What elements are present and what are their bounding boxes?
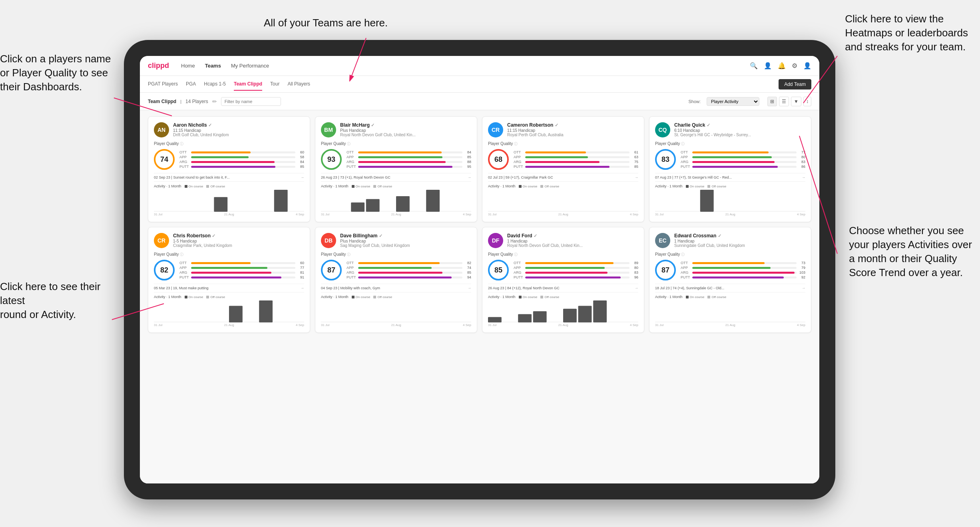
quality-circle-container[interactable]: 87 xyxy=(655,260,676,280)
off-course-dot xyxy=(206,296,209,298)
ott-bar-bg xyxy=(692,262,797,264)
mini-chart xyxy=(488,300,638,322)
arg-bar-bg xyxy=(692,272,797,274)
legend-off-course: Off course xyxy=(373,185,392,188)
edit-icon[interactable]: ✏ xyxy=(212,98,217,105)
chart-date-1: 31 Jul xyxy=(488,323,496,327)
player-name[interactable]: David Ford ✓ xyxy=(507,233,638,239)
quality-circle-container[interactable]: 93 xyxy=(321,149,342,170)
recent-activity[interactable]: 02 Jul 23 | 59 (+17), Craigmillar Park G… xyxy=(488,173,638,182)
view-icons: ⊞ ☰ ▼ ↕ xyxy=(767,97,811,106)
filter-input[interactable] xyxy=(221,97,281,106)
player-card[interactable]: EC Edward Crossman ✓ 1 Handicap Sunningd… xyxy=(649,227,811,333)
grid-view-button[interactable]: ⊞ xyxy=(767,97,777,106)
player-club: Sag Maging Golf Club, United Kingdom xyxy=(340,243,471,248)
off-course-dot xyxy=(373,185,376,188)
player-name[interactable]: Cameron Robertson ✓ xyxy=(507,122,638,128)
show-select[interactable]: Player Activity Quality Score Trend xyxy=(707,97,759,106)
tab-pgat-players[interactable]: PGAT Players xyxy=(148,78,178,91)
player-grid-inner: AN Aaron Nicholls ✓ 11:15 Handicap Drift… xyxy=(148,116,811,333)
player-card[interactable]: CR Cameron Robertson ✓ 11:15 Handicap Ro… xyxy=(482,116,644,222)
player-name[interactable]: Blair McHarg ✓ xyxy=(340,122,471,128)
recent-activity[interactable]: 18 Jul 23 | 74 (+4), Sunningdale GC - Ol… xyxy=(655,284,805,292)
quality-circle-container[interactable]: 87 xyxy=(321,260,342,280)
player-avatar: BM xyxy=(321,122,336,137)
legend-off-course: Off course xyxy=(373,295,392,299)
tab-hcaps[interactable]: Hcaps 1-5 xyxy=(204,78,226,91)
notification-icon[interactable]: 🔔 xyxy=(778,62,786,70)
app-label: APP xyxy=(514,155,524,159)
player-card[interactable]: CR Chris Robertson ✓ 1-5 Handicap Craigm… xyxy=(148,227,310,333)
player-name[interactable]: Aaron Nicholls ✓ xyxy=(173,122,304,128)
search-icon[interactable]: 🔍 xyxy=(750,62,758,70)
tab-all-players[interactable]: All Players xyxy=(287,78,310,91)
recent-activity[interactable]: 04 Sep 23 | Mobility with coach, Gym → xyxy=(321,284,471,292)
player-card-header: DF David Ford ✓ 1 Handicap Royal North D… xyxy=(488,233,638,248)
player-name[interactable]: Chris Robertson ✓ xyxy=(173,233,304,239)
nav-my-performance[interactable]: My Performance xyxy=(231,61,269,71)
tab-tour[interactable]: Tour xyxy=(270,78,279,91)
mini-chart-area: Activity · 1 Month On course Off course … xyxy=(321,184,471,216)
player-info: Dave Billingham ✓ Plus Handicap Sag Magi… xyxy=(340,233,471,248)
ott-val: 60 xyxy=(297,261,304,265)
add-team-button[interactable]: Add Team xyxy=(779,79,811,89)
chart-title: Activity · 1 Month xyxy=(154,295,181,299)
quality-circle-container[interactable]: 85 xyxy=(488,260,509,280)
player-card[interactable]: AN Aaron Nicholls ✓ 11:15 Handicap Drift… xyxy=(148,116,310,222)
filter-view-button[interactable]: ▼ xyxy=(791,97,801,106)
recent-activity[interactable]: 07 Aug 23 | 77 (+7), St George's Hill GC… xyxy=(655,173,805,182)
sort-view-button[interactable]: ↕ xyxy=(803,97,811,106)
player-card[interactable]: DF David Ford ✓ 1 Handicap Royal North D… xyxy=(482,227,644,333)
putt-val: 94 xyxy=(464,275,471,279)
player-card[interactable]: CQ Charlie Quick ✓ 6:10 Handicap St. Geo… xyxy=(649,116,811,222)
on-course-dot xyxy=(519,185,522,188)
avatar-icon[interactable]: 👤 xyxy=(803,62,811,70)
recent-activity[interactable]: 05 Mar 23 | 19, Must make putting → xyxy=(154,284,304,292)
player-card-header: BM Blair McHarg ✓ Plus Handicap Royal No… xyxy=(321,122,471,137)
profile-icon[interactable]: 👤 xyxy=(764,62,772,70)
on-course-label: On course xyxy=(523,295,538,299)
player-name[interactable]: Edward Crossman ✓ xyxy=(674,233,805,239)
arg-bar-fill xyxy=(692,272,795,274)
tab-team-clippd[interactable]: Team Clippd xyxy=(234,78,262,91)
ott-bar-bg xyxy=(191,151,295,153)
annotation-dashboards: Click on a players nameor Player Quality… xyxy=(0,52,111,94)
arg-label: ARG xyxy=(514,270,524,274)
recent-text: 07 Aug 23 | 77 (+7), St George's Hill GC… xyxy=(655,175,732,179)
recent-activity[interactable]: 26 Aug 23 | 84 (+12), Royal North Devon … xyxy=(488,284,638,292)
mini-chart-header: Activity · 1 Month On course Off course xyxy=(321,184,471,188)
recent-activity[interactable]: 02 Sep 23 | Sunset round to get back int… xyxy=(154,173,304,182)
off-course-dot xyxy=(540,296,543,298)
legend-on-course: On course xyxy=(352,295,370,299)
legend-on-course: On course xyxy=(185,185,203,188)
chart-date-2: 21 Aug xyxy=(391,323,401,327)
quality-circle-container[interactable]: 74 xyxy=(154,149,175,170)
recent-activity[interactable]: 26 Aug 23 | 73 (+1), Royal North Devon G… xyxy=(321,173,471,182)
nav-home[interactable]: Home xyxy=(181,61,195,71)
putt-label: PUTT xyxy=(347,275,357,279)
list-view-button[interactable]: ☰ xyxy=(779,97,789,106)
quality-circle-container[interactable]: 82 xyxy=(154,260,175,280)
quality-bars: OTT 82 APP 74 ARG 85 PUTT 94 xyxy=(347,261,471,279)
putt-bar-bg xyxy=(191,166,295,168)
quality-bars: OTT 84 APP 85 ARG 88 PUTT 95 xyxy=(347,150,471,169)
settings-icon[interactable]: ⚙ xyxy=(792,62,797,70)
quality-row-putt: PUTT 94 xyxy=(347,275,471,279)
mini-chart-area: Activity · 1 Month On course Off course … xyxy=(154,184,304,216)
quality-circle: 68 xyxy=(488,149,509,170)
player-card[interactable]: BM Blair McHarg ✓ Plus Handicap Royal No… xyxy=(315,116,477,222)
quality-circle-container[interactable]: 68 xyxy=(488,149,509,170)
player-card-header: DB Dave Billingham ✓ Plus Handicap Sag M… xyxy=(321,233,471,248)
quality-circle-container[interactable]: 83 xyxy=(655,149,676,170)
quality-circle: 83 xyxy=(655,149,676,170)
arg-bar-fill xyxy=(191,272,271,274)
player-card[interactable]: DB Dave Billingham ✓ Plus Handicap Sag M… xyxy=(315,227,477,333)
on-course-label: On course xyxy=(690,185,705,188)
nav-logo: clippd xyxy=(148,62,169,70)
putt-val: 96 xyxy=(631,275,638,279)
chart-date-1: 31 Jul xyxy=(488,213,496,216)
player-name[interactable]: Charlie Quick ✓ xyxy=(674,122,805,128)
tab-pga[interactable]: PGA xyxy=(186,78,196,91)
nav-teams[interactable]: Teams xyxy=(205,61,221,71)
player-name[interactable]: Dave Billingham ✓ xyxy=(340,233,471,239)
